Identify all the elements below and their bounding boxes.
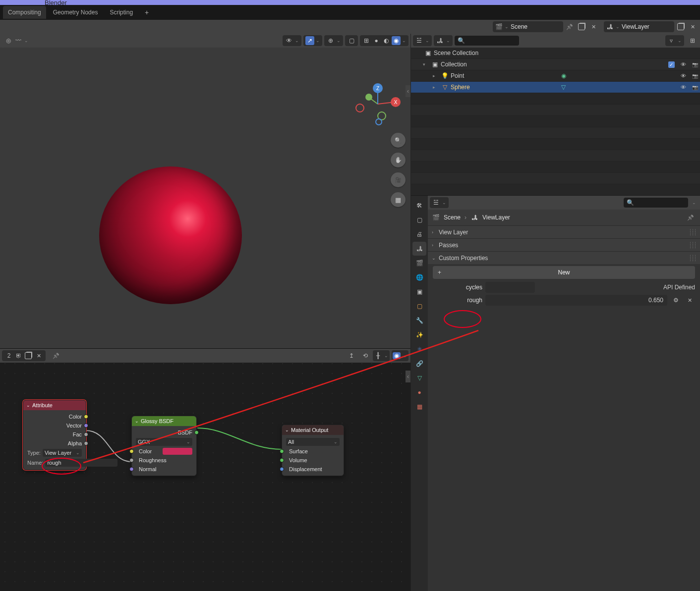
prop-tab-scene[interactable]: 🎬 bbox=[412, 256, 426, 270]
shading-rendered-icon[interactable]: ◉ bbox=[392, 36, 401, 45]
prop-tab-viewlayer[interactable]: 🏞 bbox=[412, 242, 426, 256]
prop-tab-particles[interactable]: ✨ bbox=[412, 328, 426, 342]
tab-compositing[interactable]: Compositing bbox=[3, 6, 46, 19]
rough-value-field[interactable]: 0.650 bbox=[485, 295, 667, 306]
shading-wireframe-icon[interactable]: ⊞ bbox=[362, 36, 371, 45]
remove-prop-icon[interactable] bbox=[684, 295, 695, 306]
nav-gizmo[interactable]: Z X bbox=[355, 81, 401, 127]
copy-material-icon[interactable] bbox=[25, 352, 33, 359]
perspective-toggle-icon[interactable] bbox=[391, 192, 406, 207]
prop-tab-material[interactable]: ● bbox=[412, 385, 426, 399]
zoom-tool-icon[interactable] bbox=[391, 133, 406, 148]
tab-scripting[interactable]: Scripting bbox=[105, 6, 138, 19]
panel-passes[interactable]: ›Passes┊┊┊ bbox=[428, 238, 700, 251]
snapping-icon[interactable]: 〰 bbox=[14, 36, 23, 45]
add-workspace-button[interactable]: + bbox=[140, 5, 154, 19]
properties-breadcrumb: 🎬 Scene › ViewLayer bbox=[428, 210, 700, 225]
xray-toggle-icon[interactable]: ▢ bbox=[347, 36, 356, 45]
prop-tab-data[interactable]: ▽ bbox=[412, 371, 426, 385]
camera-view-icon[interactable] bbox=[391, 172, 406, 187]
svg-text:Z: Z bbox=[376, 86, 379, 91]
filter-icon[interactable]: ▿ bbox=[667, 37, 675, 44]
pin-material-button[interactable] bbox=[51, 350, 61, 361]
glossy-distribution-select[interactable]: GGX bbox=[136, 438, 192, 446]
properties-mode-icon[interactable]: ☱ bbox=[432, 199, 440, 206]
collection-render-toggle[interactable] bbox=[690, 61, 700, 68]
attribute-type-select[interactable]: View Layer bbox=[43, 449, 82, 457]
pin-breadcrumb-button[interactable] bbox=[685, 212, 696, 223]
prop-tab-modifiers[interactable]: 🔧 bbox=[412, 314, 426, 327]
outliner-mode-icon[interactable]: ☱ bbox=[415, 37, 423, 44]
node-glossy-bsdf[interactable]: ⌄Glossy BSDF BSDF GGX Color Roughness No… bbox=[131, 416, 197, 476]
prop-tab-render[interactable]: ▢ bbox=[412, 213, 426, 227]
new-custom-property-button[interactable]: + New bbox=[433, 266, 695, 279]
outliner-item-sphere[interactable]: ▽ Sphere ▽ bbox=[411, 82, 700, 93]
visibility-icon[interactable]: 👁 bbox=[285, 36, 293, 45]
n-panel-handle[interactable]: ‹ bbox=[406, 85, 410, 97]
node-attribute[interactable]: ⌄Attribute Color Vector Fac Alpha Type:V… bbox=[23, 400, 86, 470]
viewport-left-group: ◎ 〰 ⌄ bbox=[2, 35, 31, 46]
cycles-value-field[interactable] bbox=[485, 282, 535, 293]
node-n-panel-handle[interactable]: ‹ bbox=[406, 371, 410, 382]
remove-scene-button[interactable] bbox=[588, 21, 599, 32]
material-output-target-select[interactable]: All bbox=[286, 438, 340, 446]
tab-geometry-nodes[interactable]: Geometry Nodes bbox=[48, 6, 103, 19]
point-visibility-toggle[interactable] bbox=[678, 72, 688, 79]
prop-tab-output[interactable]: 🖨 bbox=[412, 227, 426, 241]
viewport-canvas[interactable]: Z X ‹ bbox=[0, 48, 410, 348]
shading-material-icon[interactable]: ◐ bbox=[382, 36, 391, 45]
viewlayer-selector[interactable]: ⌄ bbox=[604, 21, 674, 32]
prop-tab-tool[interactable]: 🛠 bbox=[412, 199, 426, 213]
prop-tab-world[interactable]: 🌐 bbox=[412, 270, 426, 284]
snap-mode-icon[interactable]: ╂ bbox=[374, 352, 382, 359]
prop-tab-texture[interactable]: ▦ bbox=[412, 400, 426, 414]
copy-scene-button[interactable] bbox=[576, 21, 587, 32]
copy-viewlayer-button[interactable] bbox=[675, 21, 686, 32]
new-collection-icon[interactable]: ⊞ bbox=[687, 35, 698, 46]
gear-icon[interactable]: ⚙ bbox=[670, 295, 681, 306]
outliner-display-icon[interactable] bbox=[436, 37, 444, 44]
remove-viewlayer-button[interactable] bbox=[687, 21, 698, 32]
prop-tab-physics[interactable]: ⚛ bbox=[412, 342, 426, 356]
outliner-scene-collection[interactable]: ▣ Scene Collection bbox=[411, 48, 700, 59]
collection-visibility-toggle[interactable] bbox=[678, 61, 688, 68]
outliner-search[interactable]: 🔍 bbox=[455, 36, 519, 46]
node-attribute-header[interactable]: ⌄Attribute bbox=[23, 400, 86, 410]
glossy-color-swatch[interactable] bbox=[163, 448, 192, 455]
gizmo-toggle-icon[interactable]: ↗ bbox=[305, 36, 314, 45]
sphere-render-toggle[interactable] bbox=[690, 84, 700, 91]
point-render-toggle[interactable] bbox=[690, 72, 700, 79]
node-glossy-header[interactable]: ⌄Glossy BSDF bbox=[132, 416, 196, 426]
viewlayer-name-input[interactable] bbox=[620, 21, 674, 32]
shield-icon[interactable]: ⛨ bbox=[15, 352, 23, 359]
collection-include-toggle[interactable] bbox=[668, 61, 675, 68]
node-editor[interactable]: 2 ⛨ ↥ ⟲ ╂⌄ ◉⌄ ⌄Attribute bbox=[0, 348, 410, 591]
prop-tab-collection[interactable]: ▣ bbox=[412, 285, 426, 299]
prop-tab-constraints[interactable]: 🔗 bbox=[412, 357, 426, 371]
scene-name-input[interactable] bbox=[509, 21, 563, 32]
material-datablock[interactable]: 2 ⛨ bbox=[2, 350, 46, 361]
pin-scene-button[interactable] bbox=[564, 21, 575, 32]
overlays-toggle-icon[interactable]: ⊕ bbox=[326, 36, 335, 45]
unlink-material-icon[interactable] bbox=[35, 352, 43, 359]
pan-tool-icon[interactable] bbox=[391, 153, 406, 167]
node-material-output[interactable]: ⌄Material Output All Surface Volume Disp… bbox=[282, 425, 344, 476]
panel-view-layer[interactable]: ›View Layer┊┊┊ bbox=[428, 225, 700, 238]
light-data-icon: ◉ bbox=[560, 72, 568, 80]
material-users-count: 2 bbox=[5, 352, 13, 359]
cursor-tool-icon[interactable]: ◎ bbox=[4, 36, 13, 45]
shading-solid-icon[interactable]: ● bbox=[372, 36, 381, 45]
outliner-item-point[interactable]: 💡 Point ◉ bbox=[411, 70, 700, 82]
sphere-visibility-toggle[interactable] bbox=[678, 84, 688, 91]
node-material-output-header[interactable]: ⌄Material Output bbox=[282, 425, 344, 435]
parent-node-icon[interactable]: ↥ bbox=[346, 350, 357, 361]
panel-custom-properties[interactable]: ⌄Custom Properties┊┊┊ bbox=[428, 251, 700, 264]
viewport-3d[interactable]: ◎ 〰 ⌄ 👁⌄ ↗⌄ ⊕⌄ ▢ ⊞ ● ◐ ◉ ⌄ Options bbox=[0, 34, 410, 348]
properties-search[interactable]: 🔍 bbox=[624, 198, 688, 208]
snap-node-icon[interactable]: ⟲ bbox=[360, 350, 371, 361]
prop-tab-object[interactable]: ▢ bbox=[412, 299, 426, 313]
scene-selector[interactable]: 🎬 ⌄ bbox=[493, 21, 563, 32]
attribute-name-input[interactable] bbox=[45, 459, 117, 467]
outliner-collection[interactable]: ▣ Collection bbox=[411, 59, 700, 70]
backdrop-toggle-icon[interactable]: ◉ bbox=[393, 352, 401, 359]
